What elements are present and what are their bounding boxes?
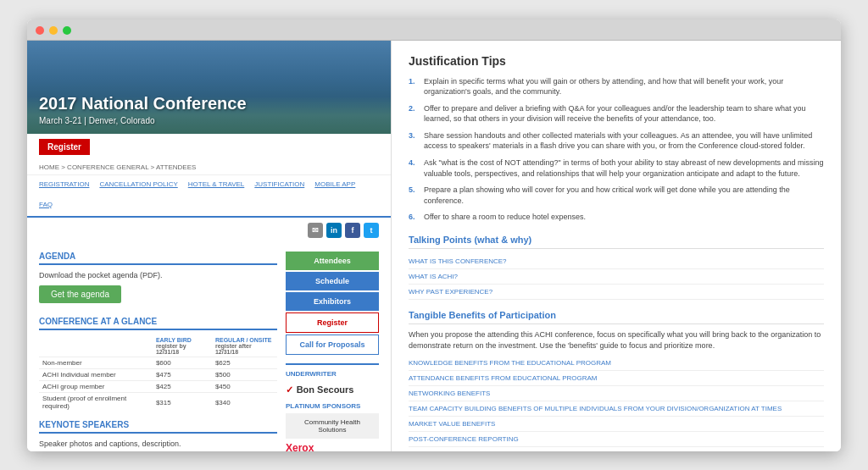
tab-faq[interactable]: FAQ — [39, 201, 53, 211]
browser-window: 2017 National Conference March 3-21 | De… — [27, 19, 841, 451]
community-health-sponsor: Community Health Solutions — [286, 413, 379, 439]
browser-content: 2017 National Conference March 3-21 | De… — [27, 41, 841, 451]
xerox-logo: Xerox — [286, 442, 379, 451]
conference-title: 2017 National Conference — [39, 93, 247, 113]
close-dot[interactable] — [36, 26, 44, 35]
right-panel: Justification Tips 1. Explain in specifi… — [392, 41, 841, 451]
benefits-list: KNOWLEDGE BENEFITS FROM THE EDUCATIONAL … — [409, 356, 824, 447]
list-item: 6. Offer to share a room to reduce hotel… — [409, 212, 824, 223]
list-item: 5. Prepare a plan showing who will cover… — [409, 185, 824, 206]
list-item[interactable]: WHAT IS THIS CONFERENCE? — [409, 254, 824, 269]
conference-dates: March 3-21 | Denver, Colorado — [39, 116, 247, 125]
social-icons: ✉ in f t — [27, 218, 391, 243]
maximize-dot[interactable] — [63, 26, 71, 35]
pricing-table: EARLY BIRD register by 12/31/18 REGULAR … — [39, 335, 277, 412]
col-early-bird: EARLY BIRD register by 12/31/18 — [153, 335, 212, 357]
agenda-text: Download the pocket agenda (PDF). — [39, 270, 277, 281]
keynote-text: Speaker photos and captions, description… — [39, 439, 277, 450]
main-area: AGENDA Download the pocket agenda (PDF).… — [27, 243, 391, 451]
agenda-heading: AGENDA — [39, 252, 277, 265]
call-proposals-button[interactable]: Call for Proposals — [286, 335, 379, 355]
email-icon[interactable]: ✉ — [308, 223, 323, 238]
list-item[interactable]: TEAM CAPACITY BUILDING BENEFITS OF MULTI… — [409, 401, 824, 417]
left-panel: 2017 National Conference March 3-21 | De… — [27, 41, 392, 451]
facebook-icon[interactable]: f — [345, 223, 360, 238]
attendees-button[interactable]: Attendees — [286, 252, 379, 270]
tab-justification[interactable]: JUSTIFICATION — [254, 180, 304, 191]
sidebar-register-button[interactable]: Register — [286, 312, 379, 333]
right-sidebar: Attendees Schedule Exhibitors Register C… — [286, 243, 379, 451]
hero-text: 2017 National Conference March 3-21 | De… — [39, 93, 247, 125]
justification-title: Justification Tips — [409, 54, 824, 68]
table-row: Student (proof of enrollment required) $… — [39, 393, 277, 412]
minimize-dot[interactable] — [49, 26, 58, 35]
benefits-intro: When you propose the attending this ACHI… — [409, 329, 824, 351]
underwriter-label: UNDERWRITER — [286, 370, 379, 378]
list-item: 4. Ask "what is the cost of NOT attendin… — [409, 158, 824, 179]
list-item: 1. Explain in specific terms what you wi… — [409, 76, 824, 97]
conference-hero: 2017 National Conference March 3-21 | De… — [27, 41, 391, 134]
tab-mobile-app[interactable]: MOBILE APP — [314, 180, 355, 191]
glance-heading: CONFERENCE AT A GLANCE — [39, 317, 277, 330]
tab-registration[interactable]: REGISTRATION — [39, 180, 89, 191]
register-hero-button[interactable]: Register — [39, 139, 90, 155]
get-agenda-button[interactable]: Get the agenda — [39, 285, 121, 303]
benefits-title: Tangible Benefits of Participation — [409, 310, 824, 324]
table-row: ACHI Individual member $475 $500 — [39, 369, 277, 381]
list-item[interactable]: MARKET VALUE BENEFITS — [409, 417, 824, 432]
list-item[interactable]: KNOWLEDGE BENEFITS FROM THE EDUCATIONAL … — [409, 356, 824, 371]
tips-list: 1. Explain in specific terms what you wi… — [409, 76, 824, 224]
list-item: 3. Share session handouts and other coll… — [409, 130, 824, 152]
schedule-button[interactable]: Schedule — [286, 272, 379, 290]
exhibitors-button[interactable]: Exhibitors — [286, 292, 379, 311]
list-item: 2. Offer to prepare and deliver a briefi… — [409, 103, 824, 124]
list-item[interactable]: WHAT IS ACHI? — [409, 269, 824, 285]
talking-points-list: WHAT IS THIS CONFERENCE? WHAT IS ACHI? W… — [409, 254, 824, 300]
table-row: ACHI group member $425 $450 — [39, 381, 277, 393]
col-regular: REGULAR / ONSITE register after 12/31/18 — [212, 335, 277, 357]
table-row: Non-member $600 $625 — [39, 357, 277, 369]
linkedin-icon[interactable]: in — [326, 223, 342, 238]
platinum-section: PLATINUM SPONSORS Community Health Solut… — [286, 402, 379, 451]
list-item[interactable]: POST-CONFERENCE REPORTING — [409, 432, 824, 447]
tab-hotel-travel[interactable]: HOTEL & TRAVEL — [188, 180, 245, 191]
list-item[interactable]: ATTENDANCE BENEFITS FROM EDUCATIONAL PRO… — [409, 371, 824, 386]
platinum-label: PLATINUM SPONSORS — [286, 402, 379, 410]
twitter-icon[interactable]: t — [364, 223, 379, 238]
keynote-heading: KEYNOTE SPEAKERS — [39, 420, 277, 434]
left-content: AGENDA Download the pocket agenda (PDF).… — [39, 243, 286, 451]
browser-chrome — [27, 19, 841, 41]
talking-points-title: Talking Points (what & why) — [409, 235, 824, 249]
underwriter-section: UNDERWRITER ✓ Bon Secours — [286, 363, 379, 395]
list-item[interactable]: NETWORKING BENEFITS — [409, 386, 824, 401]
tab-cancellation[interactable]: CANCELLATION POLICY — [99, 180, 177, 191]
breadcrumb: HOME > CONFERENCE GENERAL > ATTENDEES — [27, 160, 391, 175]
nav-tabs: REGISTRATION CANCELLATION POLICY HOTEL &… — [27, 175, 391, 218]
list-item[interactable]: WHY PAST EXPERIENCE? — [409, 285, 824, 300]
bonsecours-logo: ✓ Bon Secours — [286, 383, 379, 395]
